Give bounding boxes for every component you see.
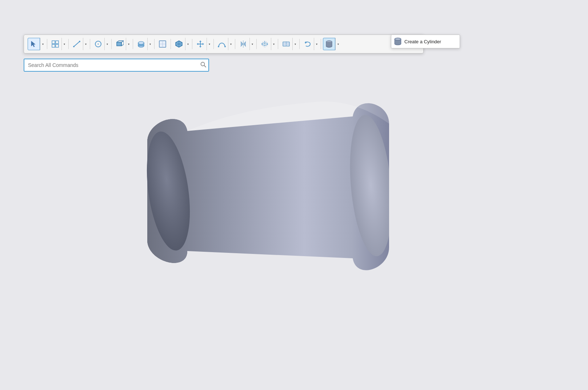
circle-button[interactable] bbox=[92, 38, 104, 50]
cylinder-button[interactable] bbox=[323, 38, 335, 50]
cylinder-dropdown[interactable]: ▾ bbox=[335, 38, 340, 50]
svg-point-9 bbox=[79, 41, 80, 42]
circle-dropdown[interactable]: ▾ bbox=[104, 38, 109, 50]
curve-button[interactable] bbox=[216, 38, 228, 50]
svg-point-17 bbox=[138, 41, 144, 44]
component-dropdown[interactable]: ▾ bbox=[185, 38, 190, 50]
svg-marker-24 bbox=[199, 46, 201, 48]
svg-marker-23 bbox=[199, 40, 201, 42]
select-button[interactable] bbox=[28, 38, 40, 50]
line-dropdown[interactable]: ▾ bbox=[83, 38, 88, 50]
svg-point-11 bbox=[98, 44, 99, 45]
svg-point-27 bbox=[218, 46, 219, 47]
mirror-dropdown[interactable]: ▾ bbox=[249, 38, 255, 50]
svg-rect-5 bbox=[52, 44, 55, 47]
search-box-container bbox=[24, 56, 210, 72]
search-input[interactable] bbox=[24, 59, 209, 72]
box-dropdown[interactable]: ▾ bbox=[126, 38, 131, 50]
grid-button[interactable] bbox=[49, 38, 61, 50]
revolve-dropdown[interactable]: ▾ bbox=[271, 38, 276, 50]
svg-marker-2 bbox=[31, 41, 35, 47]
section-button[interactable] bbox=[280, 38, 292, 50]
svg-rect-6 bbox=[56, 44, 59, 47]
grid-dropdown[interactable]: ▾ bbox=[61, 38, 67, 50]
svg-rect-4 bbox=[56, 41, 59, 44]
curve-dropdown[interactable]: ▾ bbox=[228, 38, 233, 50]
toolbar: ▾ ▾ bbox=[24, 35, 424, 53]
svg-marker-25 bbox=[197, 43, 198, 45]
sketch-button[interactable] bbox=[156, 38, 169, 50]
extrude-dropdown[interactable]: ▾ bbox=[147, 38, 152, 50]
box-button[interactable] bbox=[113, 38, 126, 50]
svg-point-28 bbox=[224, 46, 226, 47]
svg-marker-26 bbox=[203, 43, 204, 45]
cylinder-3d bbox=[91, 95, 389, 298]
move-dropdown[interactable]: ▾ bbox=[207, 38, 212, 50]
mirror-button[interactable] bbox=[237, 38, 249, 50]
cylinder-popup-label: Create a Cylinder bbox=[404, 39, 441, 44]
undo-dropdown[interactable]: ▾ bbox=[314, 38, 319, 50]
component-button[interactable] bbox=[173, 38, 185, 50]
line-button[interactable] bbox=[71, 38, 83, 50]
extrude-button[interactable] bbox=[135, 38, 147, 50]
revolve-button[interactable] bbox=[259, 38, 271, 50]
cylinder-popup-icon bbox=[394, 37, 401, 46]
svg-rect-3 bbox=[52, 41, 55, 44]
svg-point-8 bbox=[73, 46, 75, 47]
cylinder-popup[interactable]: Create a Cylinder bbox=[391, 35, 460, 48]
section-dropdown[interactable]: ▾ bbox=[292, 38, 297, 50]
svg-line-7 bbox=[74, 41, 80, 47]
undo-button[interactable] bbox=[301, 38, 314, 50]
move-button[interactable] bbox=[194, 38, 207, 50]
svg-rect-12 bbox=[117, 42, 121, 46]
svg-point-43 bbox=[395, 38, 401, 40]
select-dropdown[interactable]: ▾ bbox=[40, 38, 45, 50]
